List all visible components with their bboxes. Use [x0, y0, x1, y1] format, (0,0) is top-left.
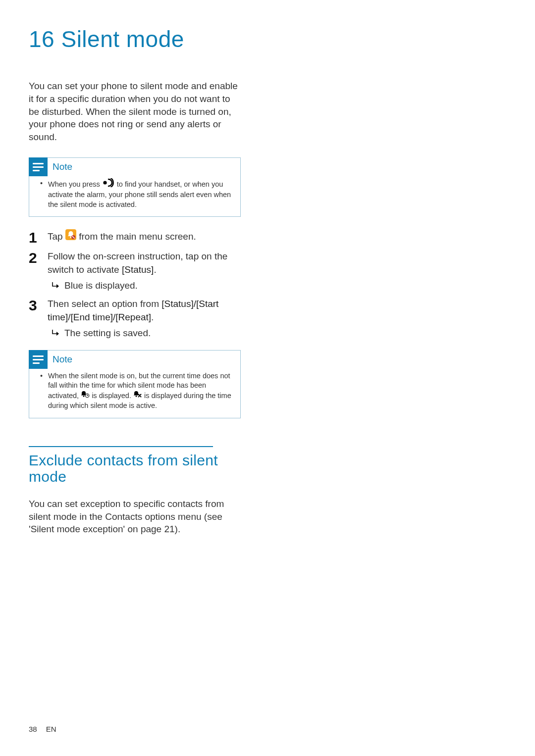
svg-point-13 [136, 396, 137, 397]
note-header: Note [29, 157, 72, 176]
page-number: 38 [29, 725, 37, 733]
intro-paragraph: You can set your phone to silent mode an… [29, 80, 241, 143]
chapter-title: 16 Silent mode [29, 27, 241, 51]
step1-pre: Tap [48, 231, 65, 242]
chapter-name: Silent mode [61, 26, 184, 52]
note2-p2: is displayed. [92, 391, 133, 399]
step-result: The setting is saved. [48, 327, 241, 340]
step3-suffix: . [151, 312, 154, 322]
step3-result: The setting is saved. [64, 327, 151, 340]
step2-result: Blue is displayed. [64, 279, 138, 293]
note-text-before: When you press [48, 180, 102, 188]
step3-text: Then select an option from [48, 299, 161, 309]
step2-bold: [Status] [122, 264, 154, 275]
page-language: EN [46, 725, 56, 733]
note-text: When the silent mode is on, but the curr… [40, 371, 234, 411]
step-number: 1 [29, 230, 48, 245]
svg-rect-8 [33, 359, 44, 360]
steps-list: 1 Tap from the main menu screen. [29, 230, 241, 340]
bell-clock-icon [81, 390, 90, 401]
step-3: 3 Then select an option from [Status]/[S… [29, 298, 241, 340]
bell-x-icon [133, 390, 142, 401]
step-result: Blue is displayed. [48, 279, 241, 293]
step-number: 3 [29, 298, 48, 340]
svg-rect-9 [33, 362, 40, 364]
svg-point-3 [103, 181, 107, 184]
paging-icon [102, 178, 115, 190]
svg-rect-2 [33, 170, 40, 171]
note-icon [29, 350, 48, 369]
step-body: Tap from the main menu screen. [48, 230, 196, 245]
section-divider [29, 446, 213, 447]
silent-bell-app-icon [65, 229, 76, 244]
note-header: Note [29, 350, 72, 369]
result-arrow-icon [52, 327, 60, 340]
step-body: Then select an option from [Status]/[Sta… [48, 298, 241, 340]
svg-rect-7 [33, 355, 44, 357]
result-arrow-icon [52, 279, 60, 293]
note-box-2: Note When the silent mode is on, but the… [29, 350, 241, 418]
step1-post: from the main menu screen. [79, 231, 196, 242]
step-body: Follow the on-screen instruction, tap on… [48, 250, 241, 293]
step2-suffix: . [154, 264, 156, 275]
step-1: 1 Tap from the main menu screen. [29, 230, 241, 245]
note-icon [29, 157, 48, 176]
section-title: Exclude contacts from silent mode [29, 452, 241, 485]
section-body: You can set exception to specific contac… [29, 498, 241, 536]
note-label: Note [48, 160, 72, 173]
step-number: 2 [29, 250, 48, 293]
svg-rect-1 [33, 166, 44, 168]
note-text: When you press to find your handset, or … [40, 179, 234, 210]
note-label: Note [48, 353, 72, 366]
note-box-1: Note When you press to find your handset… [29, 157, 241, 217]
step-2: 2 Follow the on-screen instruction, tap … [29, 250, 241, 293]
page-footer: 38 EN [29, 725, 56, 733]
chapter-number: 16 [29, 26, 54, 52]
svg-point-10 [83, 396, 85, 397]
svg-rect-0 [33, 163, 44, 164]
